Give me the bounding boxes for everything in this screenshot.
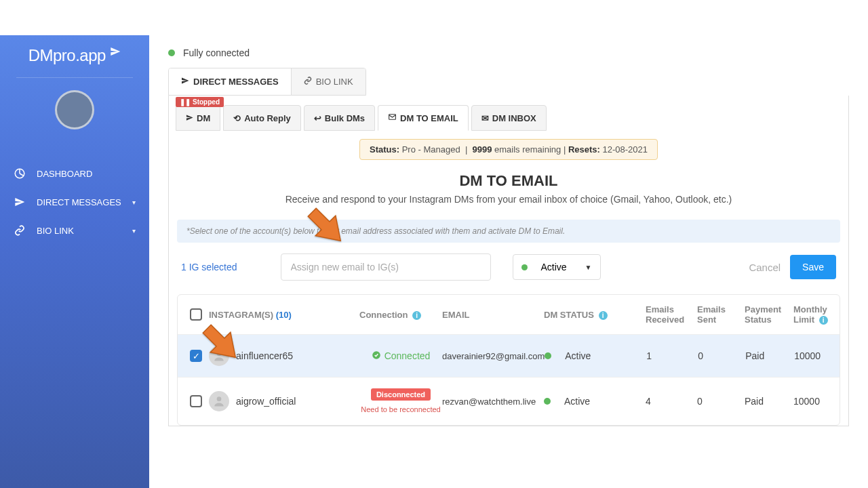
- resets-label: Resets:: [568, 144, 600, 155]
- pause-icon: ❚❚: [180, 98, 191, 106]
- subtab-label: Bulk DMs: [325, 113, 365, 123]
- subtab-dm-inbox[interactable]: ✉ DM INBOX: [471, 105, 547, 131]
- link-icon: [304, 77, 312, 87]
- resets-date: 12-08-2021: [603, 144, 648, 155]
- selected-count-label: 1 IG selected: [181, 262, 237, 272]
- connection-status: Connected: [372, 350, 431, 362]
- main-content: Fully connected DIRECT MESSAGES BIO LINK…: [149, 35, 868, 488]
- tab-label: DIRECT MESSAGES: [193, 77, 279, 87]
- column-dm-status: DM STATUS i: [544, 310, 646, 320]
- column-payment-status: Payment Status: [745, 304, 793, 325]
- dm-status-value: Active: [565, 350, 591, 361]
- payment-status-value: Paid: [745, 350, 794, 361]
- subtab-label: Auto Reply: [244, 113, 291, 123]
- status-label: Status:: [370, 144, 399, 155]
- status-text: Fully connected: [183, 47, 250, 58]
- table-row[interactable]: ✓ ainfluencer65 Connected daverainier92@…: [178, 334, 840, 377]
- subtab-auto-reply[interactable]: ⟲ Auto Reply: [223, 105, 301, 131]
- assign-email-input[interactable]: [281, 253, 491, 281]
- table-row[interactable]: aigrow_official Disconnected Need to be …: [178, 377, 840, 425]
- divider: [16, 77, 133, 78]
- remaining-label: emails remaining: [494, 144, 561, 155]
- disconnected-badge: Disconnected: [371, 388, 431, 401]
- dashboard-icon: [14, 167, 26, 180]
- monthly-limit-value: 10000: [794, 350, 840, 361]
- connection-label: Connected: [384, 350, 431, 361]
- select-all-checkbox[interactable]: [190, 308, 202, 321]
- plan-name: Pro - Managed: [402, 144, 460, 155]
- sidebar-item-bio-link[interactable]: BIO LINK ▾: [0, 216, 149, 245]
- refresh-icon: ⟲: [233, 113, 241, 123]
- info-icon[interactable]: i: [599, 311, 608, 320]
- avatar-icon: [209, 346, 229, 366]
- tab-label: BIO LINK: [316, 77, 353, 87]
- logo-text: DMpro.app: [28, 46, 106, 64]
- subtab-container: ❚❚ Stopped DM ⟲ Auto Reply ↩ Bulk DMs: [169, 96, 848, 131]
- tab-bio-link[interactable]: BIO LINK: [292, 68, 366, 95]
- cancel-button[interactable]: Cancel: [749, 262, 781, 273]
- badge-label: Stopped: [193, 98, 220, 106]
- info-icon[interactable]: i: [412, 311, 421, 320]
- row-checkbox[interactable]: ✓: [190, 350, 202, 362]
- avatar-area: [0, 82, 149, 159]
- username: aigrow_official: [236, 396, 296, 407]
- sidebar-item-label: DASHBOARD: [37, 169, 92, 179]
- send-icon: [186, 113, 193, 123]
- reconnect-message: Need to be reconnected: [361, 405, 440, 413]
- primary-tabs: DIRECT MESSAGES BIO LINK: [168, 68, 366, 96]
- info-icon[interactable]: i: [819, 316, 828, 325]
- column-emails-received: Emails Received: [646, 304, 697, 325]
- plan-status-banner: Status: Pro - Managed | 9999 emails rema…: [359, 139, 658, 160]
- column-emails-sent: Emails Sent: [697, 304, 745, 325]
- tab-direct-messages[interactable]: DIRECT MESSAGES: [169, 68, 292, 95]
- link-icon: [14, 224, 26, 237]
- logo[interactable]: DMpro.app: [0, 35, 149, 73]
- username: ainfluencer65: [236, 350, 293, 361]
- svg-point-2: [217, 351, 222, 356]
- svg-point-4: [217, 396, 222, 401]
- email-value: daverainier92@gmail.com: [442, 351, 545, 361]
- sidebar-item-dashboard[interactable]: DASHBOARD: [0, 159, 149, 188]
- subtab-dm-to-email[interactable]: DM TO EMAIL: [378, 105, 469, 131]
- status-dot-icon: [168, 49, 175, 56]
- save-button[interactable]: Save: [790, 255, 836, 279]
- monthly-limit-value: 10000: [793, 396, 840, 407]
- subtab-dm[interactable]: DM: [176, 105, 220, 131]
- status-dot-icon: [544, 398, 551, 405]
- column-instagram: INSTAGRAM(S) (10): [190, 308, 359, 321]
- avatar[interactable]: [55, 90, 94, 129]
- email-value: rezvan@watchthem.live: [442, 396, 544, 407]
- check-circle-icon: [372, 350, 381, 362]
- inbox-icon: ✉: [481, 113, 489, 123]
- column-email: EMAIL: [442, 310, 544, 320]
- chevron-down-icon: ▼: [585, 264, 592, 271]
- status-select[interactable]: Active ▼: [513, 254, 601, 280]
- status-dot-icon: [521, 264, 528, 270]
- emails-received-value: 4: [646, 396, 697, 407]
- sidebar-item-direct-messages[interactable]: DIRECT MESSAGES ▾: [0, 188, 149, 216]
- chevron-down-icon: ▾: [132, 227, 136, 235]
- paper-plane-icon: [110, 46, 121, 60]
- stopped-badge: ❚❚ Stopped: [176, 97, 224, 107]
- help-text: *Select one of the account(s) below to e…: [177, 220, 840, 243]
- payment-status-value: Paid: [745, 396, 793, 407]
- content-panel: ❚❚ Stopped DM ⟲ Auto Reply ↩ Bulk DMs: [168, 96, 849, 426]
- avatar-icon: [209, 391, 229, 411]
- row-checkbox[interactable]: [190, 395, 202, 407]
- subtab-bulk-dms[interactable]: ↩ Bulk DMs: [304, 105, 375, 131]
- dm-status-value: Active: [564, 396, 590, 407]
- page-subtitle: Receive and respond to your Instagram DM…: [169, 194, 848, 205]
- subtab-label: DM INBOX: [492, 113, 536, 123]
- table-header: INSTAGRAM(S) (10) Connection i EMAIL DM …: [178, 295, 840, 334]
- chevron-down-icon: ▾: [132, 199, 136, 206]
- control-row: 1 IG selected Active ▼ Cancel Save: [169, 253, 848, 294]
- status-dot-icon: [545, 352, 551, 359]
- account-count: (10): [276, 310, 292, 320]
- column-label: DM STATUS: [544, 310, 594, 320]
- status-value: Active: [541, 262, 567, 272]
- send-icon: [14, 196, 26, 208]
- emails-received-value: 1: [646, 350, 698, 361]
- emails-sent-value: 0: [697, 396, 745, 407]
- subtab-label: DM TO EMAIL: [400, 113, 458, 123]
- connection-status: Fully connected: [149, 35, 868, 68]
